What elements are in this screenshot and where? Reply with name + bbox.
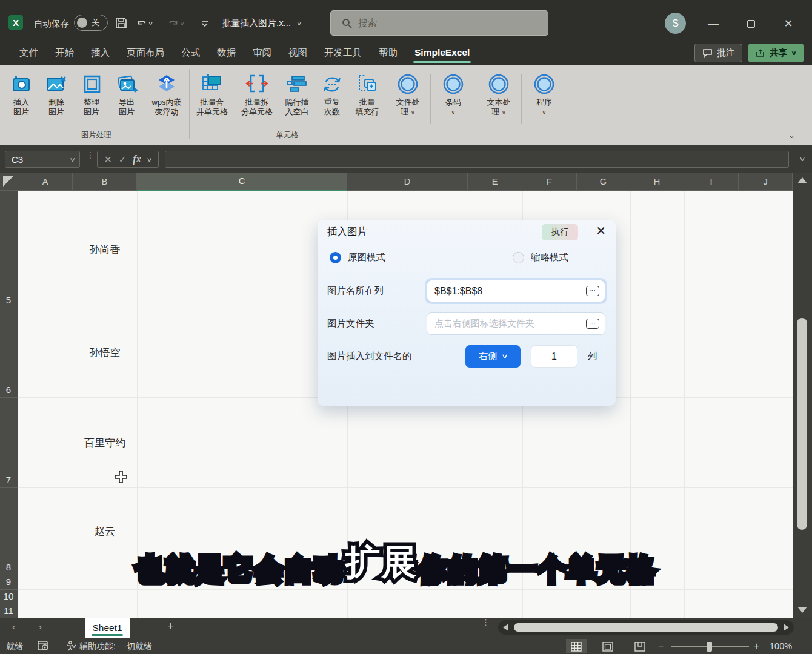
vertical-scroll-thumb[interactable]	[797, 318, 807, 530]
maximize-button[interactable]	[740, 13, 761, 34]
prev-sheet-icon[interactable]: ‹	[12, 621, 15, 632]
macro-record-icon[interactable]	[38, 641, 50, 653]
column-header-J[interactable]: J	[739, 173, 793, 191]
folder-picker-icon[interactable]: ⋯	[586, 319, 599, 329]
row-header-8[interactable]: 8	[0, 562, 17, 572]
insert-function-icon[interactable]: fx	[133, 154, 141, 165]
scroll-left-icon[interactable]	[503, 624, 508, 631]
column-header-H[interactable]: H	[630, 173, 684, 191]
undo-icon[interactable]: ∨	[136, 15, 153, 31]
account-avatar[interactable]: S	[665, 13, 686, 34]
side-dropdown[interactable]: 右侧 ∨	[465, 345, 521, 368]
zoom-slider-thumb[interactable]	[707, 642, 712, 652]
radio-thumbnail-mode[interactable]: 缩略模式	[513, 251, 568, 264]
add-sheet-button[interactable]: +	[167, 619, 174, 633]
tab-插入[interactable]: 插入	[82, 40, 118, 65]
tab-文件[interactable]: 文件	[11, 40, 47, 65]
range-picker-icon[interactable]: ⋯	[586, 286, 599, 296]
column-header-E[interactable]: E	[468, 173, 522, 191]
cell-B8[interactable]: 赵云	[73, 524, 137, 538]
row-header-9[interactable]: 9	[0, 576, 17, 587]
row-header-7[interactable]: 7	[0, 475, 17, 485]
column-header-D[interactable]: D	[347, 173, 468, 191]
tab-数据[interactable]: 数据	[208, 40, 244, 65]
normal-view-icon[interactable]	[566, 639, 587, 653]
tab-帮助[interactable]: 帮助	[370, 40, 406, 65]
page-break-view-icon[interactable]	[630, 639, 650, 653]
scroll-right-icon[interactable]	[784, 624, 789, 631]
formula-input[interactable]	[165, 151, 789, 168]
ribbon-button-批量拆分单元格[interactable]: 批量拆分单元格	[235, 70, 279, 130]
cancel-entry-icon[interactable]: ✕	[104, 154, 112, 165]
row-header-5[interactable]: 5	[0, 295, 17, 305]
comments-button[interactable]: 批注	[694, 44, 742, 62]
radio-original-mode[interactable]: 原图模式	[330, 251, 385, 264]
redo-icon[interactable]: ∨	[167, 15, 184, 31]
collapse-ribbon-icon[interactable]: ⌄	[788, 131, 795, 140]
autosave-toggle[interactable]: 关	[74, 15, 108, 31]
tab-公式[interactable]: 公式	[173, 40, 208, 65]
accessibility-icon[interactable]	[65, 641, 76, 653]
cell-B5[interactable]: 孙尚香	[73, 243, 137, 257]
column-header-B[interactable]: B	[73, 173, 137, 191]
ribbon-button-批量填充行[interactable]: 批量填充行	[350, 70, 385, 130]
row-header-10[interactable]: 10	[0, 591, 17, 601]
tab-页面布局[interactable]: 页面布局	[118, 40, 173, 65]
ribbon-button-wps内嵌变浮动[interactable]: wps内嵌变浮动	[144, 70, 189, 130]
share-button[interactable]: 共享 ∨	[748, 44, 804, 62]
drag-handle-icon[interactable]: ⋮	[86, 153, 95, 157]
expand-formula-bar-icon[interactable]: ∨	[799, 155, 806, 163]
sheet-tab-sheet1[interactable]: Sheet1	[85, 618, 130, 638]
zoom-level[interactable]: 100%	[770, 641, 792, 651]
close-icon[interactable]: ✕	[596, 223, 606, 238]
horizontal-scrollbar[interactable]	[498, 620, 794, 635]
ribbon-button-批量合并单元格[interactable]: 批量合并单元格	[190, 70, 235, 130]
ribbon-button-删除图片[interactable]: 删除图片	[39, 70, 74, 130]
minimize-button[interactable]: —	[703, 13, 724, 34]
ribbon-button-文件处理[interactable]: 文件处理 ∨	[385, 70, 430, 130]
name-column-input[interactable]: $B$1:$B$8 ⋯	[427, 280, 605, 302]
ribbon-button-文本处理[interactable]: 文本处理 ∨	[476, 70, 521, 130]
more-options-icon[interactable]: ⋮	[482, 620, 490, 625]
ribbon-button-插入图片[interactable]: 插入图片	[4, 70, 39, 130]
row-header-11[interactable]: 11	[0, 606, 17, 616]
column-header-C[interactable]: C	[137, 173, 347, 191]
search-input[interactable]: 搜索	[330, 10, 548, 36]
execute-button[interactable]: 执行	[542, 224, 578, 240]
save-icon[interactable]	[113, 15, 130, 31]
tab-开始[interactable]: 开始	[47, 40, 82, 65]
column-header-A[interactable]: A	[18, 173, 73, 191]
column-header-I[interactable]: I	[684, 173, 739, 191]
tab-SimpleExcel[interactable]: SimpleExcel	[406, 40, 478, 65]
ribbon-button-程序[interactable]: 程序∨	[522, 70, 567, 130]
ribbon-button-条码[interactable]: 条码∨	[431, 70, 476, 130]
name-box[interactable]: C3 ∨	[5, 151, 80, 168]
zoom-out-button[interactable]: −	[658, 641, 664, 652]
vertical-scrollbar[interactable]	[793, 173, 812, 618]
column-header-G[interactable]: G	[577, 173, 630, 191]
ribbon-button-隔行插入空白[interactable]: 隔行插入空白	[279, 70, 314, 130]
tab-审阅[interactable]: 审阅	[244, 40, 280, 65]
ribbon-button-整理图片[interactable]: 整理图片	[74, 70, 109, 130]
cell-B6[interactable]: 孙悟空	[73, 346, 137, 360]
horizontal-scroll-thumb[interactable]	[514, 623, 778, 632]
scroll-up-icon[interactable]	[797, 177, 807, 183]
zoom-in-button[interactable]: +	[754, 641, 759, 652]
confirm-entry-icon[interactable]: ✓	[118, 154, 126, 165]
select-all-corner[interactable]	[0, 173, 18, 191]
ribbon-button-重复次数[interactable]: 重复次数	[314, 70, 350, 130]
qat-more-icon[interactable]	[196, 15, 213, 31]
tab-视图[interactable]: 视图	[280, 40, 316, 65]
column-header-F[interactable]: F	[522, 173, 577, 191]
ribbon-button-导出图片[interactable]: 导出图片	[109, 70, 144, 130]
close-button[interactable]: ✕	[778, 13, 799, 34]
page-layout-view-icon[interactable]	[597, 639, 618, 653]
document-title[interactable]: 批量插入图片.x... ∨	[222, 18, 302, 29]
scroll-down-icon[interactable]	[797, 607, 807, 613]
column-count-input[interactable]: 1	[531, 345, 577, 368]
folder-input[interactable]: 点击右侧图标选择文件夹 ⋯	[427, 312, 605, 335]
row-header-6[interactable]: 6	[0, 385, 17, 395]
tab-开发工具[interactable]: 开发工具	[316, 40, 370, 65]
next-sheet-icon[interactable]: ›	[39, 621, 42, 632]
cell-B7[interactable]: 百里守约	[73, 436, 137, 450]
